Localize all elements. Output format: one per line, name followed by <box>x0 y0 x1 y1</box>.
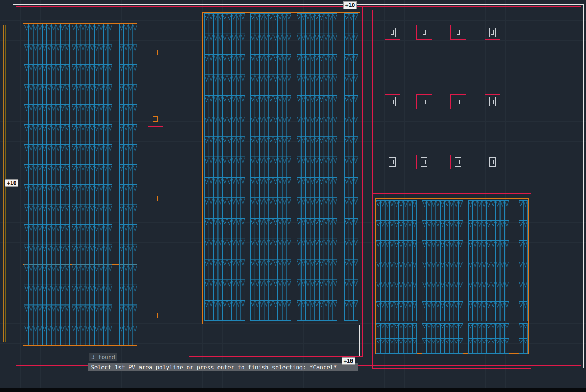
equipment-glyph-inner <box>391 160 394 164</box>
command-prompt: Select 1st PV area polyline or press ent… <box>88 363 358 371</box>
equipment-glyph <box>455 28 461 37</box>
equipment-box[interactable] <box>385 94 400 109</box>
equipment-glyph <box>421 97 427 106</box>
left-edge-line-1 <box>3 25 4 342</box>
equipment-box[interactable] <box>485 25 500 40</box>
pv-array[interactable] <box>519 200 528 321</box>
pv-array[interactable] <box>204 13 245 321</box>
equipment-box[interactable] <box>385 25 400 40</box>
pv-array[interactable] <box>468 323 509 354</box>
equipment-box[interactable] <box>450 25 466 40</box>
equipment-glyph <box>489 28 496 37</box>
equipment-box[interactable] <box>485 155 500 169</box>
pv-array[interactable] <box>422 323 463 354</box>
selection-count-badge: 3 found <box>89 353 117 361</box>
equipment-box[interactable] <box>416 25 432 40</box>
equipment-glyph-inner <box>457 160 460 164</box>
equipment-glyph-inner <box>491 100 494 104</box>
inverter-glyph <box>153 196 158 201</box>
inverter-glyph <box>153 50 158 55</box>
equipment-box[interactable] <box>385 155 400 169</box>
equipment-glyph <box>389 157 396 167</box>
equipment-glyph <box>455 157 461 167</box>
pv-array[interactable] <box>376 323 417 354</box>
pv-array[interactable] <box>119 24 137 345</box>
elevation-marker-bottom: +10 <box>342 357 355 365</box>
cad-viewport[interactable]: +10 +10 +10 3 found Select 1st PV area p… <box>0 0 586 392</box>
right-row-divider <box>375 322 529 322</box>
equipment-glyph <box>489 97 496 106</box>
equipment-glyph-inner <box>491 160 494 164</box>
pv-array[interactable] <box>72 24 112 345</box>
pv-array[interactable] <box>297 13 337 321</box>
equipment-glyph-inner <box>423 30 426 35</box>
equipment-glyph-inner <box>423 100 426 104</box>
pv-array[interactable] <box>24 24 70 345</box>
elevation-marker-left: +10 <box>5 179 18 187</box>
equipment-glyph-inner <box>423 160 426 164</box>
equipment-glyph <box>421 157 427 167</box>
equipment-glyph-inner <box>491 30 494 35</box>
equipment-glyph-inner <box>391 100 394 104</box>
pv-array[interactable] <box>250 13 291 321</box>
inverter-box[interactable] <box>148 111 163 127</box>
window-bottom-edge <box>0 388 586 392</box>
equipment-glyph-inner <box>391 30 394 35</box>
inverter-glyph <box>153 313 158 318</box>
equipment-glyph <box>389 97 396 106</box>
equipment-box[interactable] <box>450 155 466 169</box>
equipment-glyph <box>455 97 461 106</box>
equipment-glyph-inner <box>457 100 460 104</box>
pv-array[interactable] <box>376 200 417 321</box>
equipment-glyph <box>489 157 496 167</box>
equipment-glyph <box>421 28 427 37</box>
pv-array[interactable] <box>344 13 358 321</box>
boundary-middle-bottom-white <box>203 325 360 356</box>
pv-array[interactable] <box>468 200 509 321</box>
inverter-box[interactable] <box>148 45 163 60</box>
equipment-box[interactable] <box>450 94 466 109</box>
equipment-glyph <box>389 28 396 37</box>
equipment-box[interactable] <box>485 94 500 109</box>
pv-array[interactable] <box>422 200 463 321</box>
equipment-box[interactable] <box>416 94 432 109</box>
pv-array[interactable] <box>519 323 528 354</box>
right-area-divider-red[interactable] <box>372 193 531 194</box>
inverter-glyph <box>153 116 158 122</box>
equipment-glyph-inner <box>457 30 460 35</box>
elevation-marker-top: +10 <box>343 1 357 9</box>
inverter-box[interactable] <box>148 308 163 323</box>
inverter-box[interactable] <box>148 191 163 206</box>
equipment-box[interactable] <box>416 155 432 169</box>
